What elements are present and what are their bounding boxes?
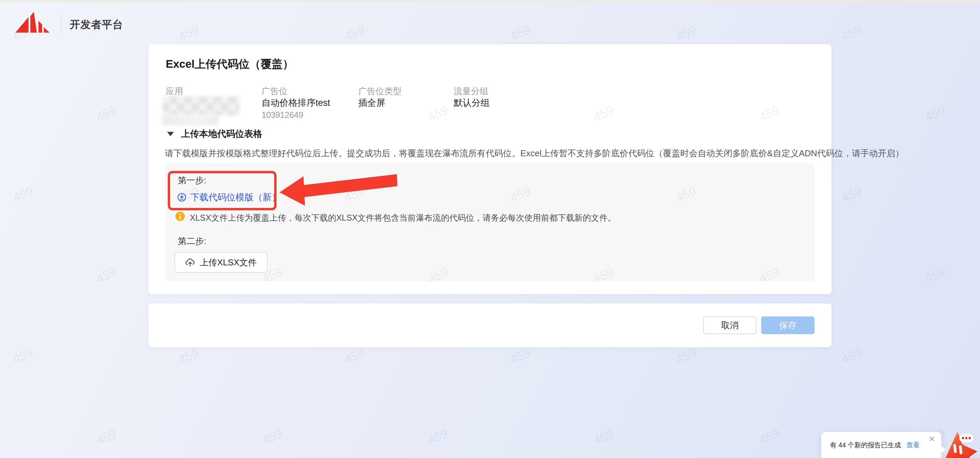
upload-button-label: 上传XLSX文件 bbox=[200, 257, 257, 268]
save-button[interactable]: 保存 bbox=[761, 316, 815, 334]
adunit-label: 广告位 bbox=[261, 85, 288, 97]
watermark-text: 459 bbox=[592, 426, 616, 447]
watermark-text: 459 bbox=[342, 346, 367, 367]
app-value-redacted-2 bbox=[162, 115, 218, 126]
adunit-type-label: 广告位类型 bbox=[358, 85, 402, 97]
cancel-button[interactable]: 取消 bbox=[703, 316, 757, 334]
app-header: 开发者平台 bbox=[0, 2, 980, 40]
adunit-id: 103912649 bbox=[261, 110, 303, 120]
watermark-text: 459 bbox=[840, 346, 864, 367]
watermark-text: 459 bbox=[508, 346, 532, 367]
mascot-assistant-icon[interactable] bbox=[942, 430, 980, 458]
watermark-text: 459 bbox=[11, 184, 35, 205]
warning-row: XLSX文件上传为覆盖上传，每次下载的XLSX文件将包含当前瀑布流的代码位，请务… bbox=[175, 211, 616, 223]
cancel-button-label: 取消 bbox=[721, 319, 738, 331]
report-notification-toast: 有 44 个新的报告已生成 查看 ✕ bbox=[821, 432, 941, 458]
annotation-arrow-icon bbox=[279, 172, 399, 206]
info-circle-icon bbox=[175, 211, 185, 221]
adunit-value: 自动价格排序test bbox=[261, 97, 330, 109]
watermark-text: 459 bbox=[11, 346, 35, 367]
adunit-type-value: 插全屏 bbox=[358, 97, 385, 109]
warning-text: XLSX文件上传为覆盖上传，每次下载的XLSX文件将包含当前瀑布流的代码位，请务… bbox=[190, 212, 616, 223]
traffic-group-label: 流量分组 bbox=[453, 85, 488, 97]
instructions-text: 请下载模版并按模版格式整理好代码位后上传。提交成功后，将覆盖现在瀑布流所有代码位… bbox=[165, 148, 819, 159]
step2-label: 第二步: bbox=[178, 235, 206, 247]
watermark-text: 459 bbox=[260, 426, 284, 447]
watermark-text: 459 bbox=[177, 346, 201, 367]
app-value-redacted bbox=[162, 96, 240, 115]
pangle-logo-icon[interactable] bbox=[15, 11, 50, 34]
save-button-label: 保存 bbox=[779, 319, 797, 331]
watermark-text: 459 bbox=[94, 426, 118, 447]
action-bar: 取消 保存 bbox=[148, 303, 832, 347]
watermark-text: 459 bbox=[674, 346, 698, 367]
brand-title: 开发者平台 bbox=[70, 18, 123, 32]
upload-xlsx-button[interactable]: 上传XLSX文件 bbox=[175, 252, 267, 273]
traffic-group-value: 默认分组 bbox=[453, 97, 490, 109]
notification-tail bbox=[941, 446, 946, 453]
caret-down-icon bbox=[167, 132, 174, 136]
header-divider bbox=[61, 15, 61, 34]
watermark-text: 459 bbox=[94, 103, 118, 124]
watermark-text: 459 bbox=[94, 265, 118, 286]
watermark-text: 459 bbox=[757, 426, 781, 447]
page-title: Excel上传代码位（覆盖） bbox=[166, 57, 294, 72]
app-label: 应用 bbox=[166, 85, 183, 97]
notification-view-link[interactable]: 查看 bbox=[906, 440, 920, 450]
watermark-text: 459 bbox=[426, 426, 450, 447]
watermark-text: 459 bbox=[923, 103, 947, 124]
annotation-highlight-box bbox=[168, 171, 277, 210]
collapse-header-upload-table[interactable]: 上传本地代码位表格 bbox=[166, 128, 262, 140]
collapse-title: 上传本地代码位表格 bbox=[181, 128, 262, 140]
notification-message: 有 44 个新的报告已生成 bbox=[830, 440, 901, 450]
watermark-text: 459 bbox=[923, 265, 947, 286]
close-icon[interactable]: ✕ bbox=[929, 435, 935, 444]
watermark-text: 459 bbox=[840, 184, 864, 205]
main-card: Excel上传代码位（覆盖） 应用 广告位 自动价格排序test 1039126… bbox=[148, 44, 832, 294]
cloud-upload-icon bbox=[185, 258, 195, 267]
window-top-strip bbox=[0, 0, 980, 2]
